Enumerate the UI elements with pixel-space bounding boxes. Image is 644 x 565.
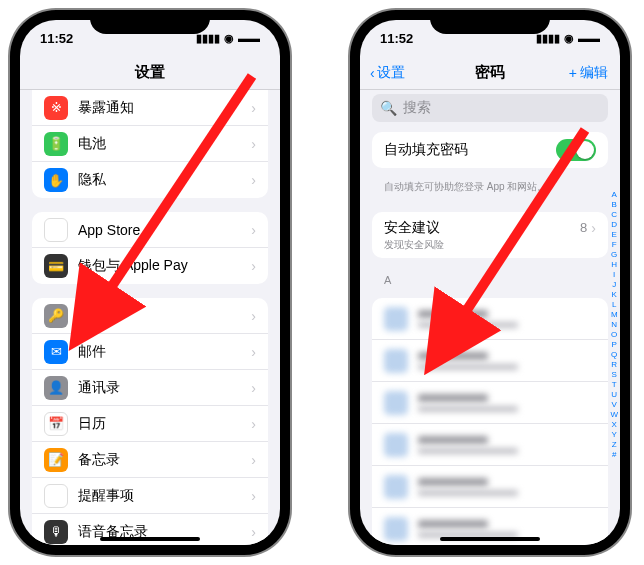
screen-passwords: 11:52 ▮▮▮▮ ◉ ▬▬ ‹ 设置 密码 + 编辑 <box>360 20 620 545</box>
row-icon: ✉ <box>44 340 68 364</box>
screen-settings: 11:52 ▮▮▮▮ ◉ ▬▬ 设置 ※暴露通知›🔋电池›✋隐私›🅰App St… <box>20 20 280 545</box>
index-letter[interactable]: R <box>610 360 618 370</box>
item-text <box>418 478 596 496</box>
index-letter[interactable]: # <box>610 450 618 460</box>
settings-row-提醒事项[interactable]: ⦿提醒事项› <box>32 478 268 514</box>
index-letter[interactable]: Q <box>610 350 618 360</box>
index-letter[interactable]: D <box>610 220 618 230</box>
index-letter[interactable]: Z <box>610 440 618 450</box>
security-row[interactable]: 安全建议 8 › 发现安全风险 <box>372 212 608 258</box>
notch <box>430 10 550 34</box>
site-icon <box>384 391 408 415</box>
back-label: 设置 <box>377 64 405 82</box>
search-input[interactable]: 🔍 搜索 <box>372 94 608 122</box>
chevron-right-icon: › <box>251 524 256 540</box>
password-item[interactable] <box>372 424 608 466</box>
index-letter[interactable]: T <box>610 380 618 390</box>
status-time: 11:52 <box>40 31 73 46</box>
settings-row-通讯录[interactable]: 👤通讯录› <box>32 370 268 406</box>
row-label: App Store <box>78 222 241 238</box>
edit-button[interactable]: + 编辑 <box>569 64 608 82</box>
chevron-right-icon: › <box>251 100 256 116</box>
index-letter[interactable]: F <box>610 240 618 250</box>
row-label: 隐私 <box>78 171 241 189</box>
security-label: 安全建议 <box>384 219 580 237</box>
settings-row-App Store[interactable]: 🅰App Store› <box>32 212 268 248</box>
index-letter[interactable]: X <box>610 420 618 430</box>
site-icon <box>384 307 408 331</box>
password-item[interactable] <box>372 298 608 340</box>
index-letter[interactable]: G <box>610 250 618 260</box>
password-item[interactable] <box>372 382 608 424</box>
settings-row-电池[interactable]: 🔋电池› <box>32 126 268 162</box>
row-icon: ✋ <box>44 168 68 192</box>
row-label: 暴露通知 <box>78 99 241 117</box>
password-item[interactable] <box>372 340 608 382</box>
index-letter[interactable]: L <box>610 300 618 310</box>
row-label: 密码 <box>78 307 241 325</box>
autofill-row[interactable]: 自动填充密码 <box>372 132 608 168</box>
item-text <box>418 394 596 412</box>
plus-icon: + <box>569 65 577 81</box>
index-letter[interactable]: A <box>610 190 618 200</box>
chevron-right-icon: › <box>251 258 256 274</box>
autofill-label: 自动填充密码 <box>384 141 546 159</box>
chevron-right-icon: › <box>251 172 256 188</box>
index-letter[interactable]: I <box>610 270 618 280</box>
status-indicators: ▮▮▮▮ ◉ ▬▬ <box>196 32 260 45</box>
passwords-content[interactable]: 🔍 搜索 自动填充密码 自动填充可协助您登录 App 和网站。 安全建议 8 <box>360 90 620 545</box>
site-icon <box>384 517 408 541</box>
settings-group: 🅰App Store›💳钱包与 Apple Pay› <box>32 212 268 284</box>
page-title: 设置 <box>135 63 165 82</box>
row-label: 邮件 <box>78 343 241 361</box>
password-item[interactable] <box>372 466 608 508</box>
settings-list[interactable]: ※暴露通知›🔋电池›✋隐私›🅰App Store›💳钱包与 Apple Pay›… <box>20 90 280 545</box>
home-indicator[interactable] <box>100 537 200 541</box>
autofill-hint: 自动填充可协助您登录 App 和网站。 <box>360 178 620 202</box>
security-sub: 发现安全风险 <box>384 238 444 252</box>
nav-bar: ‹ 设置 密码 + 编辑 <box>360 56 620 90</box>
index-letter[interactable]: P <box>610 340 618 350</box>
chevron-right-icon: › <box>251 488 256 504</box>
settings-row-钱包与 Apple Pay[interactable]: 💳钱包与 Apple Pay› <box>32 248 268 284</box>
index-letter[interactable]: H <box>610 260 618 270</box>
index-letter[interactable]: C <box>610 210 618 220</box>
nav-bar: 设置 <box>20 56 280 90</box>
settings-row-邮件[interactable]: ✉邮件› <box>32 334 268 370</box>
index-letter[interactable]: S <box>610 370 618 380</box>
index-letter[interactable]: W <box>610 410 618 420</box>
chevron-right-icon: › <box>251 136 256 152</box>
autofill-toggle[interactable] <box>556 139 596 161</box>
index-letter[interactable]: J <box>610 280 618 290</box>
site-icon <box>384 433 408 457</box>
index-letter[interactable]: E <box>610 230 618 240</box>
index-letter[interactable]: O <box>610 330 618 340</box>
settings-row-日历[interactable]: 📅日历› <box>32 406 268 442</box>
settings-row-密码[interactable]: 🔑密码› <box>32 298 268 334</box>
index-letter[interactable]: V <box>610 400 618 410</box>
index-letter[interactable]: K <box>610 290 618 300</box>
index-bar[interactable]: ABCDEFGHIJKLMNOPQRSTUVWXYZ# <box>610 190 618 460</box>
back-button[interactable]: ‹ 设置 <box>370 64 405 82</box>
row-label: 钱包与 Apple Pay <box>78 257 241 275</box>
row-icon: 📅 <box>44 412 68 436</box>
row-label: 电池 <box>78 135 241 153</box>
home-indicator[interactable] <box>440 537 540 541</box>
row-icon: 👤 <box>44 376 68 400</box>
chevron-right-icon: › <box>251 344 256 360</box>
row-icon: 🅰 <box>44 218 68 242</box>
settings-row-隐私[interactable]: ✋隐私› <box>32 162 268 198</box>
index-letter[interactable]: Y <box>610 430 618 440</box>
wifi-icon: ◉ <box>224 32 234 45</box>
row-icon: 🎙 <box>44 520 68 544</box>
battery-icon: ▬▬ <box>238 32 260 44</box>
signal-icon: ▮▮▮▮ <box>536 32 560 45</box>
index-letter[interactable]: U <box>610 390 618 400</box>
index-letter[interactable]: N <box>610 320 618 330</box>
settings-row-备忘录[interactable]: 📝备忘录› <box>32 442 268 478</box>
settings-row-暴露通知[interactable]: ※暴露通知› <box>32 90 268 126</box>
index-letter[interactable]: M <box>610 310 618 320</box>
settings-group: 🔑密码›✉邮件›👤通讯录›📅日历›📝备忘录›⦿提醒事项›🎙语音备忘录›📞电话›💬… <box>32 298 268 545</box>
index-letter[interactable]: B <box>610 200 618 210</box>
settings-group: ※暴露通知›🔋电池›✋隐私› <box>32 90 268 198</box>
